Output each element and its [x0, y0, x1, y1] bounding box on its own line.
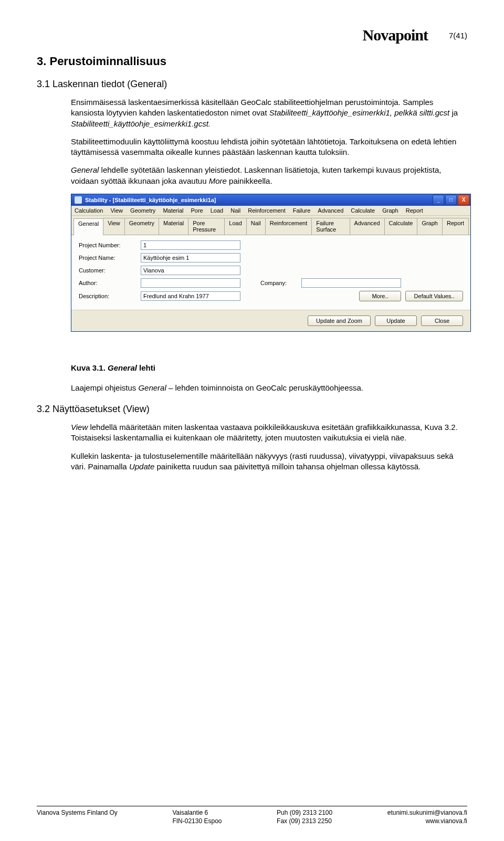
minimize-button[interactable]: _	[433, 195, 444, 205]
page-counter: 7(41)	[449, 31, 467, 40]
menu-reinforcement[interactable]: Reinforcement	[248, 207, 286, 214]
tab-graph[interactable]: Graph	[417, 218, 443, 235]
label-author: Author:	[79, 280, 136, 286]
close-window-button[interactable]: X	[458, 195, 469, 205]
menu-graph[interactable]: Graph	[382, 207, 398, 214]
term: Update	[129, 462, 154, 471]
customer-input[interactable]	[141, 266, 240, 275]
term: View	[71, 423, 88, 432]
filename: Stabiliteetti_käyttöohje_esimerkki1, pel…	[269, 108, 450, 117]
window-title: Stability - [Stabiliteetti_käyttöohje_es…	[85, 197, 216, 203]
app-icon	[75, 196, 82, 204]
menu-view[interactable]: View	[110, 207, 123, 214]
text: painiketta ruudun saa päivitettyä milloi…	[156, 462, 421, 471]
footer-address-2: FIN-02130 Espoo	[172, 817, 222, 825]
menu-pore[interactable]: Pore	[191, 207, 203, 214]
menu-report[interactable]: Report	[406, 207, 423, 214]
stability-app-window: Stability - [Stabiliteetti_käyttöohje_es…	[71, 194, 471, 332]
paragraph: General lehdelle syötetään laskennan yle…	[71, 165, 467, 186]
company-input[interactable]	[301, 278, 401, 288]
label-customer: Customer:	[79, 267, 136, 274]
menu-geometry[interactable]: Geometry	[130, 207, 155, 214]
tab-geometry[interactable]: Geometry	[124, 218, 159, 235]
window-titlebar[interactable]: Stability - [Stabiliteetti_käyttöohje_es…	[71, 194, 470, 206]
tab-reinforcement[interactable]: Reinforcement	[265, 218, 312, 235]
caption-term: General	[108, 363, 137, 372]
term: General	[71, 165, 99, 174]
caption-rest: lehti	[137, 363, 155, 372]
tab-calculate[interactable]: Calculate	[384, 218, 418, 235]
page-footer: Vianova Systems Finland Oy Vaisalantie 6…	[37, 806, 467, 825]
figure-caption: Kuva 3.1. General lehti	[71, 363, 467, 372]
section-heading: 3. Perustoiminnallisuus	[37, 55, 467, 68]
update-button[interactable]: Update	[375, 316, 417, 326]
footer-web: www.vianova.fi	[387, 817, 467, 825]
term: More	[209, 176, 227, 185]
paragraph: Kullekin laskenta- ja tulostuselementill…	[71, 451, 467, 472]
footer-company: Vianova Systems Finland Oy	[37, 808, 118, 817]
more-button[interactable]: More..	[359, 291, 401, 301]
tab-report[interactable]: Report	[442, 218, 469, 235]
menu-advanced[interactable]: Advanced	[318, 207, 343, 214]
text: – lehden toiminnoista on GeoCalc peruskä…	[169, 383, 363, 392]
footer-address-1: Vaisalantie 6	[172, 808, 222, 817]
menu-calculate[interactable]: Calculate	[351, 207, 375, 214]
brand-logo: Novapoint	[363, 26, 428, 44]
menu-calculation[interactable]: Calculation	[75, 207, 103, 214]
form-footer-buttons: Update and Zoom Update Close	[71, 310, 470, 331]
text: Laajempi ohjeistus	[71, 383, 138, 392]
menu-failure[interactable]: Failure	[293, 207, 311, 214]
tab-load[interactable]: Load	[224, 218, 246, 235]
project-number-input[interactable]	[141, 240, 240, 250]
subsection-3-2-heading: 3.2 Näyttöasetukset (View)	[37, 404, 467, 415]
general-form: Project Number: Project Name: Customer: …	[71, 235, 470, 310]
menu-nail[interactable]: Nail	[230, 207, 240, 214]
paragraph: Ensimmäisessä laskentaesimerkissä käsite…	[71, 97, 467, 129]
footer-phone: Puh (09) 2313 2100	[277, 808, 332, 817]
label-project-number: Project Number:	[79, 242, 136, 248]
default-values-button[interactable]: Default Values..	[405, 291, 463, 301]
caption-number: Kuva 3.1.	[71, 363, 108, 372]
paragraph: View lehdellä määritetään miten laskenta…	[71, 422, 467, 444]
term: General	[138, 383, 166, 392]
footer-email: etunimi.sukunimi@vianova.fi	[387, 808, 467, 817]
text: ja	[452, 108, 458, 117]
tab-failure-surface[interactable]: Failure Surface	[311, 218, 350, 235]
menu-load[interactable]: Load	[211, 207, 223, 214]
description-input[interactable]	[141, 291, 240, 301]
update-and-zoom-button[interactable]: Update and Zoom	[308, 316, 371, 326]
label-description: Description:	[79, 293, 136, 299]
label-company: Company:	[260, 280, 297, 286]
tab-nail[interactable]: Nail	[246, 218, 266, 235]
tab-view[interactable]: View	[103, 218, 125, 235]
menu-material[interactable]: Material	[163, 207, 183, 214]
text: painikkeella.	[229, 176, 272, 185]
tab-material[interactable]: Material	[159, 218, 188, 235]
tabstrip: General View Geometry Material Pore Pres…	[71, 216, 470, 235]
footer-fax: Fax (09) 2313 2250	[277, 817, 332, 825]
tab-general[interactable]: General	[74, 218, 103, 235]
close-button[interactable]: Close	[421, 316, 463, 326]
menubar: Calculation View Geometry Material Pore …	[71, 206, 470, 216]
paragraph: Laajempi ohjeistus General – lehden toim…	[71, 383, 467, 393]
label-project-name: Project Name:	[79, 255, 136, 261]
subsection-3-1-heading: 3.1 Laskennan tiedot (General)	[37, 79, 467, 90]
filename: Stabiliteetti_käyttöohje_esimerkki1.gcst…	[71, 119, 211, 128]
paragraph: Stabiliteettimoduulin käyttöliittymä koo…	[71, 136, 467, 158]
maximize-button[interactable]: □	[445, 195, 457, 205]
text: lehdellä määritetään miten laskentaa vas…	[71, 423, 458, 442]
author-input[interactable]	[141, 278, 240, 288]
tab-pore-pressure[interactable]: Pore Pressure	[188, 218, 225, 235]
tab-advanced[interactable]: Advanced	[350, 218, 385, 235]
project-name-input[interactable]	[141, 253, 240, 262]
